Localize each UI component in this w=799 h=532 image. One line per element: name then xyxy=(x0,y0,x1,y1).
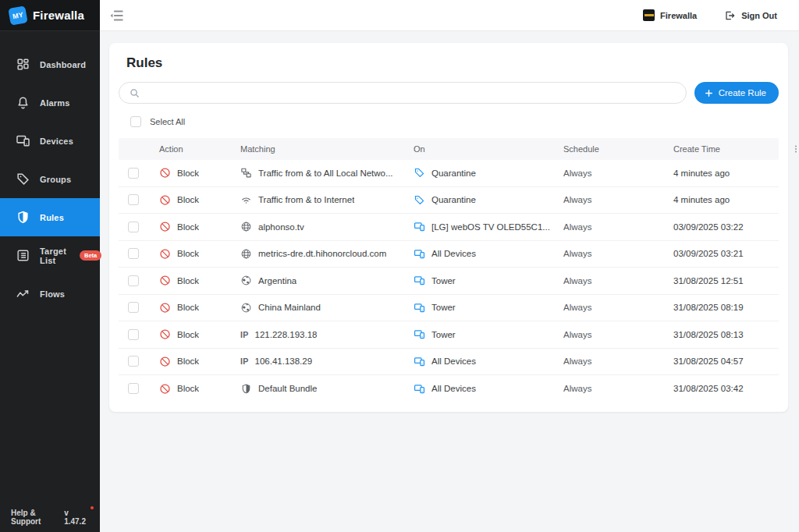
row-checkbox[interactable] xyxy=(128,194,139,205)
device-blue-icon xyxy=(414,248,425,260)
on-label: Quarantine xyxy=(431,168,476,178)
network-icon xyxy=(240,167,252,179)
row-checkbox[interactable] xyxy=(128,302,139,313)
sign-out-icon xyxy=(723,9,736,22)
ip-icon: IP xyxy=(240,356,249,366)
create-time-label: 03/09/2025 03:22 xyxy=(673,222,790,232)
create-time-label: 4 minutes ago xyxy=(673,195,790,204)
action-label: Block xyxy=(177,222,199,232)
create-time-label: 31/08/2025 04:57 xyxy=(673,356,790,366)
firewalla-box-icon xyxy=(643,9,655,21)
search-bar[interactable] xyxy=(119,82,687,104)
version-label[interactable]: v 1.47.2 xyxy=(64,509,91,526)
sidebar-item-devices[interactable]: Devices xyxy=(0,122,100,160)
sidebar-item-label: Devices xyxy=(40,137,73,146)
row-checkbox[interactable] xyxy=(128,383,139,394)
account-label: Firewalla xyxy=(660,11,697,20)
action-label: Block xyxy=(177,276,199,286)
block-icon xyxy=(159,328,171,340)
block-icon xyxy=(159,356,171,367)
table-row[interactable]: Block metrics-dre.dt.hihonorcloud.com Al… xyxy=(119,241,779,268)
row-checkbox[interactable] xyxy=(128,168,139,179)
action-label: Block xyxy=(177,356,199,366)
row-checkbox[interactable] xyxy=(128,222,139,232)
globe-icon xyxy=(240,248,252,260)
schedule-label: Always xyxy=(563,249,673,258)
select-all-checkbox[interactable] xyxy=(130,116,141,127)
matching-label: Traffic from & to All Local Netwo... xyxy=(258,168,393,178)
create-rule-button[interactable]: Create Rule xyxy=(694,82,779,104)
device-blue-icon xyxy=(414,328,425,340)
matching-label: Traffic from & to Internet xyxy=(258,195,354,204)
earth-icon xyxy=(240,302,252,314)
account-menu[interactable]: Firewalla xyxy=(643,9,697,21)
table-row[interactable]: Block China Mainland Tower Always 31/08/… xyxy=(119,295,779,322)
header-on: On xyxy=(414,144,563,154)
menu-fold-icon[interactable] xyxy=(108,7,125,24)
table-row[interactable]: Block Traffic from & to Internet Quarant… xyxy=(119,187,779,215)
matching-label: 121.228.193.18 xyxy=(255,330,318,339)
devices-icon xyxy=(16,133,30,148)
block-icon xyxy=(159,221,171,232)
device-blue-icon xyxy=(414,302,425,314)
sidebar-item-label: Alarms xyxy=(40,98,70,108)
schedule-label: Always xyxy=(563,168,673,178)
row-checkbox[interactable] xyxy=(128,275,139,286)
plus-icon xyxy=(704,88,714,98)
sidebar-item-rules[interactable]: Rules xyxy=(0,198,100,236)
sidebar-item-label: Target List xyxy=(40,246,66,265)
table-row[interactable]: Block IP106.41.138.29 All Devices Always… xyxy=(119,349,779,376)
sidebar-item-target-list[interactable]: Target List Beta xyxy=(0,236,100,275)
create-time-label: 31/08/2025 08:13 xyxy=(673,330,790,339)
block-icon xyxy=(159,275,171,286)
create-time-label: 31/08/2025 12:51 xyxy=(673,276,790,286)
table-row[interactable]: Block IP121.228.193.18 Tower Always 31/0… xyxy=(119,321,779,349)
create-time-label: 31/08/2025 08:19 xyxy=(673,303,790,312)
table-row[interactable]: Block Traffic from & to All Local Netwo.… xyxy=(119,160,779,187)
main-content: Rules Create Rule Select All Action Matc… xyxy=(100,31,799,532)
wifi-icon xyxy=(240,194,252,206)
device-blue-icon xyxy=(414,356,425,367)
search-input[interactable] xyxy=(147,87,676,98)
column-options-icon[interactable] xyxy=(790,144,799,154)
row-checkbox[interactable] xyxy=(128,356,139,367)
brand-name: Firewalla xyxy=(33,9,84,22)
schedule-label: Always xyxy=(563,276,673,286)
action-label: Block xyxy=(177,303,199,312)
sidebar-item-groups[interactable]: Groups xyxy=(0,160,100,198)
sign-out-label: Sign Out xyxy=(741,11,777,20)
brand-logo[interactable]: MY Firewalla xyxy=(0,0,100,31)
table-row[interactable]: Block Default Bundle All Devices Always … xyxy=(119,375,779,403)
table-row[interactable]: Block Argentina Tower Always 31/08/2025 … xyxy=(119,268,779,295)
help-support-link[interactable]: Help & Support xyxy=(11,509,64,526)
table-row[interactable]: Block alphonso.tv [LG] webOS TV OLED55C1… xyxy=(119,214,779,241)
header-create-time: Create Time xyxy=(673,144,790,154)
sidebar-item-label: Flows xyxy=(40,289,65,299)
on-label: Quarantine xyxy=(431,195,476,204)
flows-icon xyxy=(16,286,30,301)
shield-icon xyxy=(16,210,30,225)
sidebar-item-dashboard[interactable]: Dashboard xyxy=(0,45,100,83)
on-label: All Devices xyxy=(431,384,476,393)
brand-logo-icon: MY xyxy=(8,5,27,25)
sign-out-button[interactable]: Sign Out xyxy=(723,9,777,22)
block-icon xyxy=(159,167,171,179)
page-title: Rules xyxy=(126,55,779,71)
schedule-label: Always xyxy=(563,195,673,204)
on-label: Tower xyxy=(431,276,456,286)
sidebar-item-alarms[interactable]: Alarms xyxy=(0,83,100,122)
block-icon xyxy=(159,248,171,260)
sidebar-nav: Dashboard Alarms Devices Groups Rules Ta… xyxy=(0,31,100,313)
block-icon xyxy=(159,383,171,395)
on-label: Tower xyxy=(431,330,456,339)
on-label: [LG] webOS TV OLED55C1... xyxy=(431,222,550,232)
on-label: Tower xyxy=(431,303,456,312)
sidebar-item-flows[interactable]: Flows xyxy=(0,275,100,313)
on-label: All Devices xyxy=(431,249,476,258)
select-all-label: Select All xyxy=(150,117,185,126)
row-checkbox[interactable] xyxy=(128,329,139,340)
row-checkbox[interactable] xyxy=(128,248,139,259)
header-action: Action xyxy=(159,144,240,154)
search-icon xyxy=(129,87,140,99)
toolbar: Create Rule xyxy=(119,82,779,104)
